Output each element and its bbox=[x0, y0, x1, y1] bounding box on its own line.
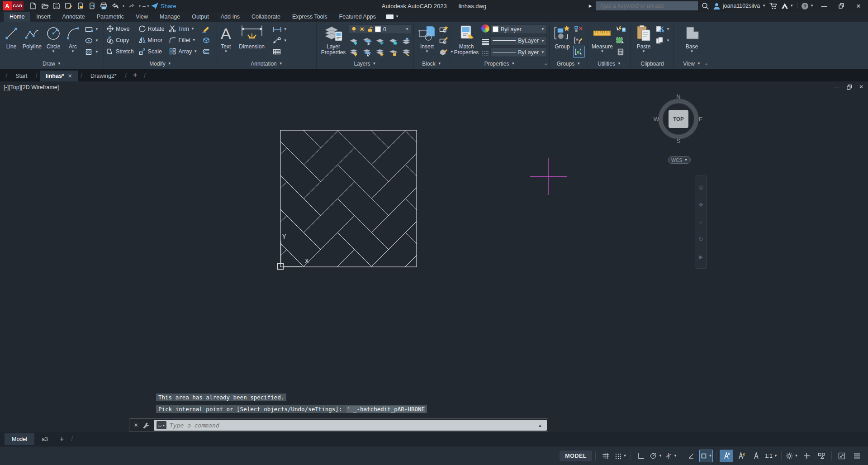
copy-clip-button[interactable]: ▼ bbox=[655, 35, 670, 46]
help-menu[interactable]: ? ▼ bbox=[801, 2, 814, 10]
command-history-expand-icon[interactable]: ▲ bbox=[538, 423, 544, 428]
tab-parametric[interactable]: Parametric bbox=[91, 12, 130, 22]
draw-panel-label[interactable]: Draw▼ bbox=[0, 59, 104, 69]
layer-isolate-button[interactable] bbox=[362, 37, 372, 45]
nav-wheel-icon[interactable]: ◎ bbox=[698, 184, 703, 190]
fillet-dropdown-icon[interactable]: ▼ bbox=[192, 38, 196, 42]
navigation-bar[interactable]: ◎ ✥ ⌕ ↻ ▶ bbox=[695, 176, 707, 269]
hatch-button[interactable]: ▼ bbox=[85, 46, 99, 57]
tab-home[interactable]: Home bbox=[4, 12, 30, 22]
file-tab-drawing2[interactable]: Drawing2* bbox=[85, 71, 122, 81]
viewport-restore-icon[interactable] bbox=[847, 85, 852, 90]
view-panel-label[interactable]: View▼» bbox=[674, 59, 710, 69]
command-input-field[interactable]: ▭ ▾ ▲ bbox=[154, 420, 547, 431]
new-layout-button[interactable]: + bbox=[55, 435, 68, 443]
nav-orbit-icon[interactable]: ↻ bbox=[698, 236, 703, 242]
group-edit-button[interactable] bbox=[574, 35, 584, 46]
linetype-icon[interactable] bbox=[481, 51, 489, 57]
cart-icon[interactable] bbox=[769, 2, 778, 9]
text-button[interactable]: A Text ▼ bbox=[219, 24, 232, 54]
arc-button[interactable]: Arc ▼ bbox=[64, 24, 82, 54]
lineweight-combo[interactable]: ByLayer▼ bbox=[490, 36, 547, 46]
trim-dropdown-icon[interactable]: ▼ bbox=[191, 27, 194, 31]
open-file-button[interactable] bbox=[39, 1, 51, 11]
view-expander-icon[interactable]: » bbox=[704, 62, 709, 67]
help-search-box[interactable] bbox=[596, 1, 698, 10]
ortho-toggle[interactable] bbox=[634, 450, 648, 462]
autodesk-apps-menu[interactable]: ▼ bbox=[781, 3, 793, 9]
copy-button[interactable]: Copy bbox=[106, 34, 134, 46]
layer-select-combo[interactable]: 0 ▼ bbox=[349, 24, 411, 34]
redo-button[interactable] bbox=[126, 1, 138, 11]
color-combo[interactable]: ByLayer▼ bbox=[490, 24, 547, 34]
file-tab-linhas[interactable]: linhas*✕ bbox=[40, 71, 78, 81]
autocad-logo[interactable]: A CAD bbox=[3, 1, 24, 10]
insert-dropdown-icon[interactable]: ▼ bbox=[425, 50, 429, 53]
nav-pan-icon[interactable]: ✥ bbox=[698, 202, 703, 208]
linear-dimension-button[interactable]: ▼ bbox=[272, 24, 287, 35]
layer-off-button[interactable] bbox=[349, 37, 359, 45]
paste-button[interactable]: Paste ▼ bbox=[633, 24, 654, 54]
viewcube-east[interactable]: E bbox=[697, 116, 704, 123]
annotation-panel-label[interactable]: Annotation▼ bbox=[217, 59, 316, 69]
layer-turn-on-button[interactable] bbox=[349, 48, 359, 57]
new-tab-button[interactable]: + bbox=[129, 70, 141, 81]
array-button[interactable]: Array▼ bbox=[169, 46, 197, 57]
user-account-menu[interactable]: joana1102silva ▼ bbox=[713, 2, 766, 10]
viewport-minimize-icon[interactable]: — bbox=[834, 84, 840, 90]
layer-match-button[interactable] bbox=[401, 48, 411, 57]
table-button[interactable] bbox=[272, 46, 287, 57]
open-from-web-button[interactable] bbox=[74, 1, 86, 11]
layer-thaw-all-button[interactable] bbox=[375, 48, 385, 57]
linear-dimension-dropdown-icon[interactable]: ▼ bbox=[284, 28, 287, 31]
stretch-button[interactable]: Stretch bbox=[106, 46, 134, 57]
tab-manage[interactable]: Manage bbox=[154, 12, 186, 22]
scale-button[interactable]: Scale bbox=[138, 46, 165, 57]
undo-dropdown-icon[interactable]: ▼ bbox=[121, 1, 126, 11]
customization-menu-button[interactable] bbox=[850, 450, 863, 462]
ellipse-button[interactable]: ▼ bbox=[85, 35, 99, 46]
layer-unlock-button[interactable] bbox=[388, 48, 398, 57]
minimize-button[interactable]: — bbox=[817, 0, 831, 11]
snap-dropdown-icon[interactable]: ▼ bbox=[623, 454, 627, 458]
rectangle-button[interactable]: ▼ bbox=[85, 24, 99, 35]
modify-panel-label[interactable]: Modify▼ bbox=[104, 59, 217, 69]
offset-button[interactable] bbox=[202, 46, 211, 57]
layer-properties-button[interactable]: Layer Properties bbox=[319, 24, 348, 56]
new-file-button[interactable] bbox=[27, 1, 39, 11]
polar-tracking-toggle[interactable]: ▼ bbox=[649, 450, 663, 462]
command-customize-wrench-icon[interactable] bbox=[142, 422, 149, 429]
layers-panel-label[interactable]: Layers▼ bbox=[317, 59, 413, 69]
measure-button[interactable]: Measure ▼ bbox=[590, 24, 614, 54]
herringbone-hatch[interactable] bbox=[66, 81, 626, 432]
polyline-button[interactable]: Polyline bbox=[21, 24, 43, 50]
layer-unisolate-button[interactable] bbox=[362, 48, 372, 57]
circle-button[interactable]: Circle ▼ bbox=[44, 24, 63, 54]
close-button[interactable]: ✕ bbox=[852, 0, 865, 11]
hatch-dropdown-icon[interactable]: ▼ bbox=[95, 50, 99, 54]
group-selection-toggle[interactable] bbox=[574, 46, 584, 57]
grid-toggle[interactable] bbox=[599, 450, 612, 462]
viewcube-west[interactable]: W bbox=[653, 116, 659, 123]
search-icon[interactable] bbox=[702, 2, 709, 10]
annotation-monitor-button[interactable] bbox=[800, 450, 813, 462]
rectangle-dropdown-icon[interactable]: ▼ bbox=[95, 28, 99, 31]
tab-collaborate[interactable]: Collaborate bbox=[246, 12, 286, 22]
paste-dropdown-icon[interactable]: ▼ bbox=[642, 50, 645, 53]
command-bar[interactable]: ✕ ▭ ▾ ▲ bbox=[129, 418, 548, 432]
model-space[interactable]: Y X bbox=[0, 81, 868, 432]
isodraft-toggle[interactable]: ▼ bbox=[664, 450, 678, 462]
object-snap-toggle[interactable]: ▼ bbox=[699, 450, 713, 462]
viewcube-north[interactable]: N bbox=[675, 93, 682, 100]
layer-states-button[interactable] bbox=[401, 37, 411, 45]
copy-clip-dropdown-icon[interactable]: ▼ bbox=[666, 39, 670, 43]
save-button[interactable] bbox=[51, 1, 62, 11]
square-boundary[interactable] bbox=[280, 130, 417, 267]
share-button[interactable]: Share bbox=[151, 3, 176, 9]
insert-button[interactable]: Insert ▼ bbox=[416, 24, 438, 54]
move-button[interactable]: Move bbox=[106, 23, 134, 34]
osnap-dropdown-icon[interactable]: ▼ bbox=[709, 454, 712, 458]
close-tab-icon[interactable]: ✕ bbox=[68, 73, 72, 79]
save-to-web-button[interactable] bbox=[86, 1, 98, 11]
ungroup-button[interactable] bbox=[574, 24, 584, 35]
